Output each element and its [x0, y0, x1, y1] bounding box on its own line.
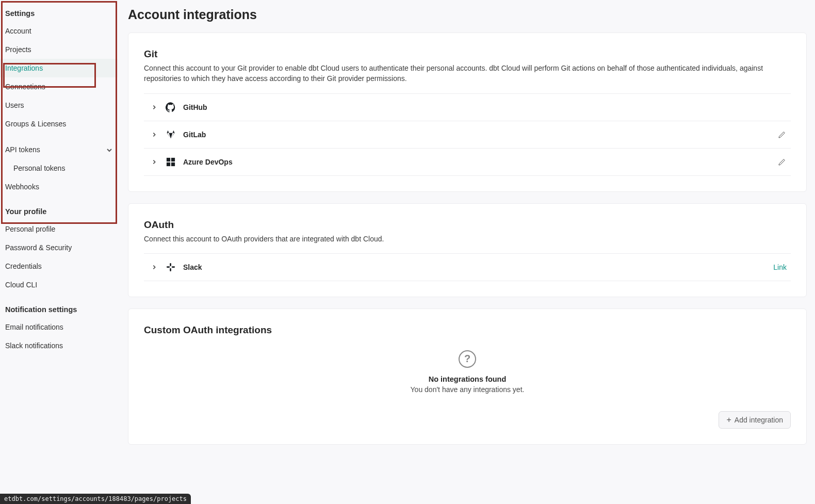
nav-integrations[interactable]: Integrations — [0, 59, 118, 77]
oauth-card: OAuth Connect this account to OAuth prov… — [128, 203, 807, 297]
nav-personal-tokens[interactable]: Personal tokens — [0, 159, 118, 177]
nav-groups[interactable]: Groups & Licenses — [0, 115, 118, 133]
nav-projects[interactable]: Projects — [0, 40, 118, 59]
oauth-card-desc: Connect this account to OAuth providers … — [144, 234, 791, 244]
git-card-title: Git — [144, 48, 791, 60]
sidebar: Settings Account Projects Integrations C… — [0, 0, 118, 504]
chevron-down-icon — [106, 147, 112, 153]
provider-label: GitLab — [183, 131, 777, 139]
link-action[interactable]: Link — [773, 263, 787, 271]
status-url: etdbt.com/settings/accounts/188483/pages… — [0, 494, 191, 504]
edit-icon[interactable] — [777, 130, 787, 139]
provider-label: Azure DevOps — [183, 158, 777, 166]
git-card-desc: Connect this account to your Git provide… — [144, 63, 791, 84]
page-title: Account integrations — [128, 7, 807, 22]
github-icon — [166, 102, 176, 112]
custom-oauth-card: Custom OAuth integrations ? No integrati… — [128, 308, 807, 445]
chevron-right-icon — [151, 132, 157, 138]
provider-row-github[interactable]: GitHub — [144, 93, 791, 121]
nav-credentials[interactable]: Credentials — [0, 257, 118, 275]
oauth-card-title: OAuth — [144, 219, 791, 231]
azure-devops-icon — [166, 157, 176, 167]
git-card: Git Connect this account to your Git pro… — [128, 32, 807, 192]
svg-rect-5 — [167, 266, 170, 268]
provider-label: Slack — [183, 263, 773, 271]
edit-icon[interactable] — [777, 157, 787, 167]
empty-state: ? No integrations found You don't have a… — [144, 339, 791, 399]
nav-cloud-cli[interactable]: Cloud CLI — [0, 275, 118, 294]
nav-slack-notifications[interactable]: Slack notifications — [0, 336, 118, 355]
custom-oauth-title: Custom OAuth integrations — [144, 324, 791, 336]
plus-icon: + — [726, 416, 731, 424]
nav-account[interactable]: Account — [0, 22, 118, 40]
svg-rect-7 — [172, 266, 175, 268]
add-integration-label: Add integration — [735, 416, 783, 424]
chevron-right-icon — [151, 104, 157, 110]
nav-connections[interactable]: Connections — [0, 77, 118, 96]
svg-rect-4 — [170, 263, 171, 266]
add-integration-button[interactable]: + Add integration — [719, 411, 791, 429]
nav-webhooks[interactable]: Webhooks — [0, 177, 118, 196]
nav-password-security[interactable]: Password & Security — [0, 238, 118, 257]
svg-rect-1 — [171, 157, 175, 161]
gitlab-icon — [166, 129, 176, 140]
nav-personal-profile[interactable]: Personal profile — [0, 220, 118, 238]
question-icon: ? — [459, 350, 476, 368]
nav-api-tokens[interactable]: API tokens — [0, 140, 118, 159]
main-content: Account integrations Git Connect this ac… — [118, 0, 815, 504]
svg-rect-0 — [167, 157, 170, 161]
chevron-right-icon — [151, 264, 157, 270]
slack-icon — [166, 262, 176, 272]
provider-row-slack[interactable]: Slack Link — [144, 253, 791, 281]
provider-row-gitlab[interactable]: GitLab — [144, 121, 791, 148]
nav-users[interactable]: Users — [0, 96, 118, 115]
svg-rect-6 — [170, 268, 171, 271]
sidebar-heading-notifications: Notification settings — [0, 301, 118, 318]
sidebar-heading-settings: Settings — [0, 5, 118, 22]
empty-title: No integrations found — [144, 375, 791, 383]
svg-rect-3 — [171, 162, 175, 166]
provider-row-azure[interactable]: Azure DevOps — [144, 148, 791, 176]
chevron-right-icon — [151, 159, 157, 165]
provider-label: GitHub — [183, 103, 787, 111]
svg-rect-2 — [167, 162, 170, 166]
empty-desc: You don't have any integrations yet. — [144, 385, 791, 394]
nav-email-notifications[interactable]: Email notifications — [0, 318, 118, 336]
sidebar-heading-profile: Your profile — [0, 203, 118, 220]
